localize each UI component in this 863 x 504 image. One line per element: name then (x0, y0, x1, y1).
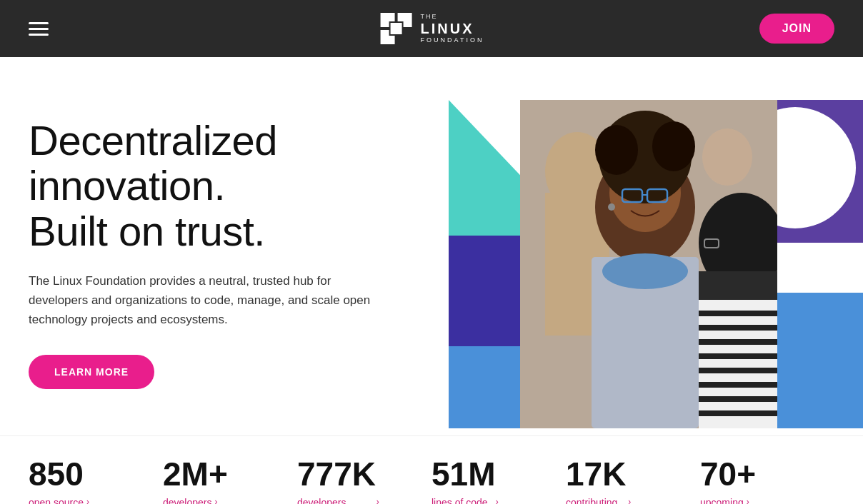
stat-label-text-1: developerstrained (163, 496, 212, 504)
hamburger-line (29, 34, 49, 36)
stat-number-2: 777K (297, 458, 417, 490)
svg-point-13 (652, 121, 695, 171)
stat-chevron-2: › (376, 497, 379, 504)
stat-label-text-4: contributingorganizations (566, 496, 625, 504)
svg-rect-26 (699, 339, 777, 345)
hero-section: Decentralized innovation. Built on trust… (0, 57, 863, 435)
stat-label-1: developerstrained › (163, 496, 283, 504)
svg-rect-24 (699, 311, 777, 316)
stat-label-2: developerscontributing code › (297, 496, 417, 504)
stat-chevron-5: › (747, 497, 749, 504)
svg-rect-28 (699, 368, 777, 373)
hamburger-menu[interactable] (29, 22, 49, 36)
svg-point-8 (702, 128, 752, 186)
logo-foundation: FOUNDATION (421, 36, 484, 45)
svg-point-12 (595, 125, 638, 175)
stat-chevron-4: › (628, 497, 631, 504)
logo-linux: LINUX (421, 21, 484, 36)
svg-point-19 (602, 253, 688, 289)
stat-label-text-2: developerscontributing code (297, 496, 374, 504)
svg-rect-23 (699, 300, 777, 428)
hamburger-line (29, 22, 49, 24)
stat-item-1[interactable]: 2M+developerstrained › (163, 458, 297, 504)
stat-number-5: 70+ (700, 458, 820, 490)
stat-item-2[interactable]: 777Kdeveloperscontributing code › (297, 458, 432, 504)
logo[interactable]: THE LINUX FOUNDATION (379, 11, 484, 46)
stat-item-0[interactable]: 850open sourceprojects › (29, 458, 163, 504)
hero-left: Decentralized innovation. Built on trust… (29, 118, 414, 390)
blue-rect-right-shape (777, 293, 863, 428)
svg-rect-29 (699, 382, 777, 388)
stat-label-4: contributingorganizations › (566, 496, 686, 504)
svg-rect-30 (699, 396, 777, 402)
stat-label-0: open sourceprojects › (29, 496, 149, 504)
svg-rect-31 (699, 410, 777, 416)
hero-title: Decentralized innovation. Built on trust… (29, 118, 414, 254)
header: THE LINUX FOUNDATION JOIN (0, 0, 863, 57)
logo-the: THE (421, 12, 484, 21)
stat-label-5: upcomingevents › (700, 496, 820, 504)
hamburger-line (29, 28, 49, 30)
join-button[interactable]: JOIN (759, 14, 834, 44)
stat-label-text-0: open sourceprojects (29, 496, 84, 504)
stat-label-text-3: lines of codeadded weekly (432, 496, 493, 504)
stat-chevron-3: › (496, 497, 499, 504)
logo-text: THE LINUX FOUNDATION (421, 12, 484, 44)
learn-more-button[interactable]: LEARN MORE (29, 355, 154, 389)
people-illustration (520, 100, 777, 428)
stat-number-4: 17K (566, 458, 686, 490)
stats-bar: 850open sourceprojects ›2M+developerstra… (0, 435, 863, 504)
stat-item-4[interactable]: 17Kcontributingorganizations › (566, 458, 700, 504)
stat-chevron-1: › (215, 497, 218, 504)
hero-description: The Linux Foundation provides a neutral,… (29, 271, 371, 330)
svg-rect-27 (699, 353, 777, 359)
hero-photo (520, 100, 777, 428)
stat-item-5[interactable]: 70+upcomingevents › (700, 458, 834, 504)
stat-number-3: 51M (432, 458, 552, 490)
stat-number-1: 2M+ (163, 458, 283, 490)
svg-rect-4 (391, 23, 402, 34)
stat-number-0: 850 (29, 458, 149, 490)
stat-item-3[interactable]: 51Mlines of codeadded weekly › (432, 458, 566, 504)
hero-visual (449, 100, 863, 428)
stat-label-3: lines of codeadded weekly › (432, 496, 552, 504)
svg-rect-25 (699, 325, 777, 331)
stat-label-text-5: upcomingevents (700, 496, 744, 504)
linux-foundation-icon (379, 11, 414, 46)
svg-point-17 (608, 203, 615, 211)
stat-chevron-0: › (86, 497, 89, 504)
